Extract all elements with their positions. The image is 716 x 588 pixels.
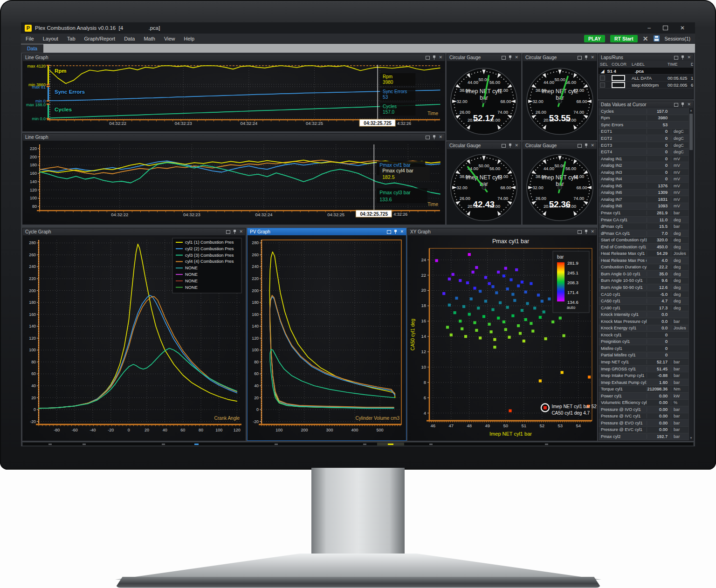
scrollbar-thumb[interactable] <box>689 114 693 150</box>
panel-titlebar[interactable]: Circular Gauge ✕ <box>447 54 521 61</box>
pin-icon[interactable] <box>509 144 512 148</box>
data-value-row[interactable]: Sync Errors53 <box>599 122 688 129</box>
data-value-row[interactable]: Knock Intensity cyl10.0 <box>599 311 688 318</box>
data-value-row[interactable]: Heat Release Max Pos cyl14.0deg <box>599 257 688 264</box>
column-header[interactable]: DISTANCE <box>691 62 693 67</box>
data-value-row[interactable]: Volumetric Efficiency cyl10.00% <box>599 400 688 407</box>
restore-icon[interactable] <box>502 144 506 148</box>
timeline-strip[interactable] <box>22 442 694 446</box>
panel-titlebar[interactable]: Data Values at Cursor ✕ <box>599 101 693 108</box>
data-value-row[interactable]: CA50 cyl14.7deg <box>599 298 688 305</box>
data-value-row[interactable]: CA90 cyl117.3deg <box>599 305 688 312</box>
restore-icon[interactable] <box>578 230 582 234</box>
menu-tab[interactable]: Tab <box>67 36 76 41</box>
pin-icon[interactable] <box>585 144 588 148</box>
close-icon[interactable]: ✕ <box>239 230 243 234</box>
pin-icon[interactable] <box>433 55 436 60</box>
color-swatch[interactable] <box>612 75 625 81</box>
panel-titlebar[interactable]: Line Graph ✕ <box>23 134 445 141</box>
data-value-row[interactable]: Misfire cyl10 <box>599 345 688 352</box>
data-value-row[interactable]: Analog IN71831mV <box>599 196 688 203</box>
column-header[interactable]: LABEL <box>632 62 668 67</box>
data-value-row[interactable]: Cycles157.0 <box>599 108 688 115</box>
column-header[interactable]: TIME <box>668 62 691 67</box>
data-value-row[interactable]: EGT40degC <box>599 149 688 156</box>
panel-titlebar[interactable]: Line Graph ✕ <box>23 54 445 61</box>
restore-button[interactable] <box>663 26 668 30</box>
data-value-row[interactable]: EGT20degC <box>599 135 688 142</box>
data-value-row[interactable]: Imep GROSS cyl151.45bar <box>599 366 688 373</box>
data-value-row[interactable]: Start of Combustion cyl1320.0deg <box>599 237 688 244</box>
data-value-row[interactable]: End of Combustion cyl1450.0deg <box>599 244 688 251</box>
tab-data[interactable]: Data <box>21 44 43 53</box>
data-value-row[interactable]: Analog IN40mV <box>599 176 688 183</box>
pin-icon[interactable] <box>681 103 684 107</box>
menu-view[interactable]: View <box>164 36 175 41</box>
pin-icon[interactable] <box>585 55 588 60</box>
laps-row[interactable]: ALL DATA00:05.625188 <box>599 75 693 82</box>
menu-file[interactable]: File <box>26 36 34 41</box>
menu-help[interactable]: Help <box>184 36 195 41</box>
data-value-row[interactable]: Rpm3980 <box>599 115 688 122</box>
data-value-row[interactable]: Heat Release Max cyl154.29Joules <box>599 250 688 257</box>
data-value-row[interactable]: CA10 cyl1-5.0deg <box>599 291 688 298</box>
scroll-down-icon[interactable]: ▼ <box>689 437 693 439</box>
data-value-row[interactable]: Burn Angle 50-90 cyl112.6deg <box>599 284 688 291</box>
restore-icon[interactable] <box>502 56 506 60</box>
select-checkbox[interactable] <box>600 82 605 88</box>
panel-titlebar[interactable]: Laps/Runs ✕ <box>599 54 693 61</box>
data-value-row[interactable]: Analog IN61309mV <box>599 190 688 197</box>
stop-icon[interactable]: ✕ <box>643 35 648 42</box>
menu-data[interactable]: Data <box>124 36 135 41</box>
menu-graph-report[interactable]: Graph/Report <box>84 36 116 41</box>
data-value-row[interactable]: Analog IN20mV <box>599 162 688 169</box>
data-value-row[interactable]: Pressure @ EVO cyl10.00bar <box>599 420 688 427</box>
data-value-row[interactable]: Analog IN81093mV <box>599 203 688 210</box>
data-value-row[interactable]: Burn Angle 10-50 cyl19.6deg <box>599 278 688 285</box>
data-value-row[interactable]: dPmax cyl115.5bar <box>599 223 688 230</box>
color-swatch[interactable] <box>612 82 625 88</box>
restore-icon[interactable] <box>387 230 391 234</box>
data-value-row[interactable]: Pressure @ EVC cyl10.00bar <box>599 427 688 434</box>
data-value-row[interactable]: Analog IN10mV <box>599 156 688 163</box>
close-icon[interactable]: ✕ <box>439 135 442 139</box>
restore-icon[interactable] <box>426 136 430 139</box>
data-value-row[interactable]: Imep Intake Pump cyl1-0.88bar <box>599 372 688 379</box>
pin-icon[interactable] <box>233 230 236 234</box>
data-value-row[interactable]: Imep NET cyl152.17bar <box>599 359 688 366</box>
data-value-row[interactable]: Analog IN51376mV <box>599 183 688 190</box>
close-icon[interactable]: ✕ <box>400 230 404 234</box>
pin-icon[interactable] <box>681 55 684 60</box>
data-value-row[interactable]: EGT30degC <box>599 142 688 149</box>
panel-titlebar[interactable]: XY Graph ✕ <box>408 228 597 235</box>
restore-icon[interactable] <box>674 103 678 107</box>
data-value-row[interactable]: Pressure @ IVO cyl10.00bar <box>599 406 688 413</box>
play-button[interactable]: PLAY <box>584 35 605 42</box>
data-value-row[interactable]: Pmax cyl1281.9bar <box>599 210 688 217</box>
save-session-icon[interactable] <box>654 35 660 41</box>
close-icon[interactable]: ✕ <box>687 103 691 107</box>
pin-icon[interactable] <box>394 230 397 234</box>
close-icon[interactable]: ✕ <box>439 55 442 60</box>
data-value-row[interactable]: Torque cyl1212098.36Nm <box>599 386 688 393</box>
close-icon[interactable]: ✕ <box>515 144 518 148</box>
close-icon[interactable]: ✕ <box>687 55 691 60</box>
column-header[interactable]: COLOR <box>612 62 632 67</box>
restore-icon[interactable] <box>674 56 678 60</box>
close-icon[interactable]: ✕ <box>591 55 594 60</box>
data-value-row[interactable]: EGT10degC <box>599 129 688 136</box>
data-value-row[interactable]: Pressure @ IVC cyl10.00bar <box>599 413 688 420</box>
data-value-row[interactable]: Power cyl10.00kW <box>599 393 688 400</box>
laps-group-row[interactable]: ◢S1 4.pca <box>599 68 693 75</box>
panel-titlebar[interactable]: Cycle Graph ✕ <box>23 228 245 235</box>
close-icon[interactable]: ✕ <box>591 230 594 234</box>
pin-icon[interactable] <box>585 230 588 234</box>
select-checkbox[interactable] <box>600 75 605 81</box>
minimize-button[interactable]: – <box>647 25 651 31</box>
panel-titlebar[interactable]: Circular Gauge ✕ <box>447 142 521 149</box>
scroll-up-icon[interactable]: ▲ <box>689 109 693 112</box>
data-value-row[interactable]: Burn Angle 0-10 cyl135.0deg <box>599 271 688 278</box>
rt-start-button[interactable]: RT Start <box>610 35 638 42</box>
laps-row[interactable]: step:4000rpm00:02.00567 <box>599 82 693 89</box>
data-value-row[interactable]: Pmax cyl2192.7bar <box>599 433 688 440</box>
